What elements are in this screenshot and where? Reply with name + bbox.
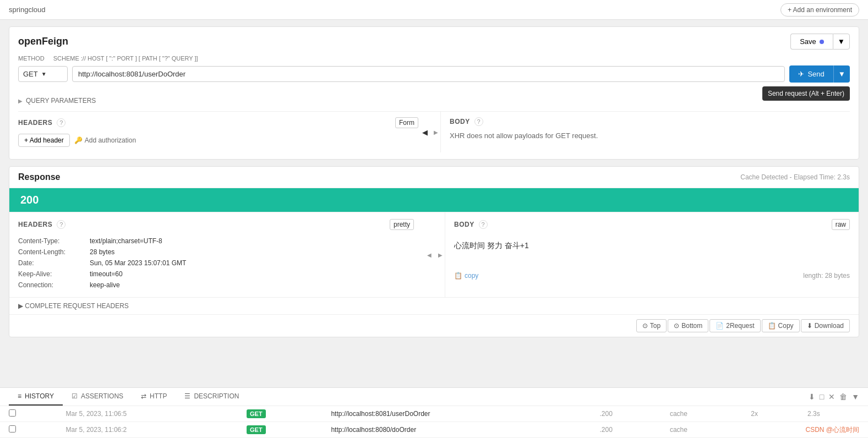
body-label: BODY	[450, 118, 470, 125]
expand-right-icon: ▶	[434, 129, 438, 135]
header-value: timeout=60	[90, 269, 414, 280]
response-body-content: 心流时间 努力 奋斗+1	[454, 236, 850, 269]
response-collapse-icon: ◀	[427, 252, 432, 258]
complete-headers-row[interactable]: ▶ COMPLETE REQUEST HEADERS	[9, 297, 859, 314]
key-icon: 🔑	[74, 136, 83, 144]
headers-section-header: HEADERS ? Form	[18, 117, 418, 128]
send-tooltip: Send request (Alt + Enter)	[762, 86, 850, 101]
xhr-message: XHR does not allow payloads for GET requ…	[450, 132, 850, 140]
main-content: openFeign Save ▼ METHOD SCHEME :// HOST …	[0, 20, 868, 344]
header-key: Connection:	[18, 280, 90, 291]
to-request-icon: 📄	[716, 322, 724, 330]
elapsed-info: Cache Detected - Elapsed Time: 2.3s	[740, 173, 850, 181]
expand-icon-complete: ▶	[18, 302, 23, 310]
header-value: Sun, 05 Mar 2023 15:07:01 GMT	[90, 258, 414, 269]
response-headers-label: HEADERS	[18, 221, 52, 228]
send-button[interactable]: ✈ Send	[789, 65, 833, 83]
header-key: Keep-Alive:	[18, 269, 90, 280]
response-divider[interactable]: ◀	[423, 212, 436, 297]
header-key: Date:	[18, 258, 90, 269]
url-row: GET ▼ ✈ Send ▼ Send request (Alt + Enter…	[18, 65, 850, 83]
response-headers-panel: HEADERS ? pretty Content-Type:text/plain…	[9, 212, 423, 297]
body-length: length: 28 bytes	[803, 272, 850, 280]
response-headers-section: HEADERS ? pretty	[18, 219, 414, 230]
body-section-header: BODY ?	[450, 117, 850, 126]
header-row: Keep-Alive:timeout=60	[18, 269, 414, 280]
copy-button[interactable]: 📋 Copy	[762, 319, 800, 332]
save-button-group: Save ▼	[790, 34, 850, 50]
save-indicator	[820, 40, 824, 44]
app-title: springcloud	[9, 6, 46, 14]
download-button[interactable]: ⬇ Download	[801, 319, 850, 332]
send-button-group: ✈ Send ▼ Send request (Alt + Enter)	[789, 65, 850, 83]
response-body-section: BODY ? raw	[454, 219, 850, 230]
top-bar: springcloud + Add an environment	[0, 0, 868, 20]
body-badge: ?	[474, 117, 483, 126]
response-header-row: Response Cache Detected - Elapsed Time: …	[9, 167, 859, 188]
header-row: Content-Type:text/plain;charset=UTF-8	[18, 236, 414, 247]
response-actions: ⊙ Top ⊙ Bottom 📄 2Request 📋 Copy ⬇ Downl…	[9, 314, 859, 337]
request-panel: openFeign Save ▼ METHOD SCHEME :// HOST …	[9, 26, 859, 160]
header-row: Date:Sun, 05 Mar 2023 15:07:01 GMT	[18, 258, 414, 269]
save-button[interactable]: Save	[790, 34, 833, 50]
headers-label: HEADERS	[18, 119, 52, 127]
query-params-label: QUERY PARAMETERS	[26, 97, 96, 105]
response-body-badge: ?	[479, 220, 488, 229]
header-value: keep-alive	[90, 280, 414, 291]
response-title: Response	[18, 172, 60, 182]
pretty-dropdown[interactable]: pretty	[390, 219, 414, 230]
header-row: Connection:keep-alive	[18, 280, 414, 291]
form-dropdown[interactable]: Form	[395, 117, 418, 128]
response-body-label: BODY	[454, 221, 474, 228]
request-title-row: openFeign Save ▼	[18, 34, 850, 50]
body-panel: BODY ? XHR does not allow payloads for G…	[440, 112, 850, 152]
to-request-button[interactable]: 📄 2Request	[709, 319, 760, 332]
copy-icon: 📋	[454, 272, 462, 280]
chevron-down-icon: ▼	[838, 37, 845, 46]
send-dropdown-button[interactable]: ▼	[833, 65, 850, 83]
headers-panel: HEADERS ? Form + Add header 🔑 Add author…	[18, 112, 418, 152]
response-expand-icon: ▶	[438, 252, 443, 258]
status-code: 200	[20, 194, 39, 206]
add-environment-button[interactable]: + Add an environment	[780, 3, 859, 17]
bottom-icon: ⊙	[674, 322, 679, 330]
bottom-button[interactable]: ⊙ Bottom	[668, 319, 708, 332]
headers-body-panel: HEADERS ? Form + Add header 🔑 Add author…	[18, 111, 850, 152]
response-panels: HEADERS ? pretty Content-Type:text/plain…	[9, 212, 859, 297]
send-icon: ✈	[798, 70, 804, 78]
copy-action-icon: 📋	[768, 322, 776, 330]
panel-divider[interactable]: ◀	[418, 112, 432, 152]
save-dropdown-button[interactable]: ▼	[833, 34, 850, 50]
response-headers-badge: ?	[57, 220, 65, 229]
scheme-label: SCHEME :// HOST [ ":" PORT ] [ PATH [ "?…	[53, 55, 850, 62]
top-button[interactable]: ⊙ Top	[636, 319, 667, 332]
complete-headers-label: COMPLETE REQUEST HEADERS	[25, 302, 128, 310]
headers-badge: ?	[57, 118, 65, 127]
expand-icon: ▶	[18, 98, 23, 104]
header-value: 28 bytes	[90, 247, 414, 258]
send-chevron-icon: ▼	[838, 70, 845, 78]
header-key: Content-Type:	[18, 236, 90, 247]
method-chevron-icon: ▼	[41, 71, 47, 77]
response-body-panel: BODY ? raw 心流时间 努力 奋斗+1 📋 copy length: 2…	[445, 212, 859, 297]
response-headers-table: Content-Type:text/plain;charset=UTF-8Con…	[18, 236, 414, 291]
header-value: text/plain;charset=UTF-8	[90, 236, 414, 247]
header-key: Content-Length:	[18, 247, 90, 258]
download-icon: ⬇	[807, 322, 812, 330]
method-label: METHOD	[18, 55, 45, 62]
add-header-button[interactable]: + Add header	[18, 134, 70, 147]
url-input[interactable]	[72, 66, 785, 82]
query-params-row[interactable]: ▶ QUERY PARAMETERS	[18, 95, 850, 107]
request-title: openFeign	[18, 36, 68, 47]
header-row: Content-Length:28 bytes	[18, 247, 414, 258]
method-value: GET	[23, 70, 38, 78]
status-bar: 200	[9, 188, 859, 212]
add-authorization-button[interactable]: 🔑 Add authorization	[74, 136, 136, 144]
collapse-left-icon: ◀	[422, 128, 428, 136]
top-icon: ⊙	[642, 322, 648, 330]
body-copy-link[interactable]: 📋 copy	[454, 272, 478, 280]
length-info: length: 33 byte(s)	[18, 86, 850, 92]
response-panel: Response Cache Detected - Elapsed Time: …	[9, 166, 859, 337]
raw-dropdown[interactable]: raw	[832, 219, 850, 230]
method-select[interactable]: GET ▼	[18, 66, 68, 82]
